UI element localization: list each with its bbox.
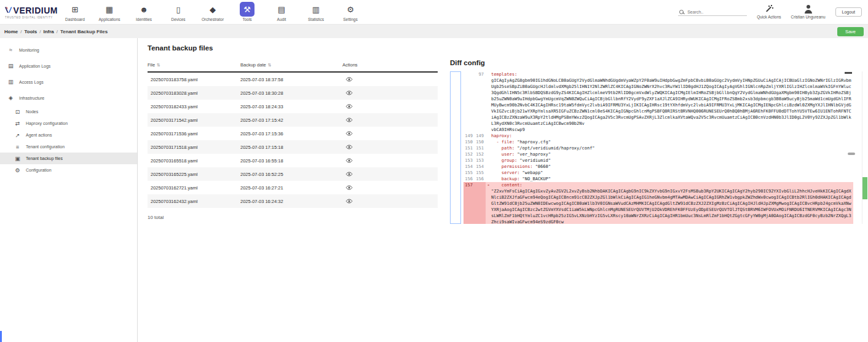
breadcrumb-separator: / bbox=[57, 29, 58, 34]
table-row: 20250703183028.yaml 2025-07-03 18:30:28 bbox=[148, 86, 438, 100]
veridium-logo: VERIDIUM TRUSTED DIGITAL IDENTITY bbox=[2, 0, 58, 24]
diff-old-line-number: 154 bbox=[464, 164, 475, 170]
nav-item[interactable]: ▯ Devices bbox=[161, 0, 195, 24]
sidebar-item[interactable]: ↗ Agent actions bbox=[0, 129, 137, 141]
search-input[interactable] bbox=[687, 10, 744, 14]
view-backup-button[interactable] bbox=[345, 199, 438, 204]
file-name-cell: 20250703165518.yaml bbox=[151, 158, 240, 164]
backup-date-cell: 2025-07-03 18:24:33 bbox=[240, 104, 342, 109]
sidebar: ≈ Monitoring ▤ Application Logs ▥ Access… bbox=[0, 38, 138, 342]
eye-icon bbox=[345, 199, 353, 204]
table-row: 20250703165518.yaml 2025-07-03 16:55:18 bbox=[148, 154, 438, 167]
diff-line-text: haproxy: bbox=[491, 133, 853, 139]
sidebar-item[interactable]: ▣ Tenant backup files bbox=[0, 153, 137, 164]
sort-icon[interactable]: ⇅ bbox=[157, 63, 160, 68]
diff-old-line-number: 157 bbox=[464, 182, 475, 224]
sidebar-item[interactable]: ◈ Infrastructure bbox=[0, 90, 137, 106]
view-backup-button[interactable] bbox=[345, 145, 438, 149]
tools-icon: ⚒ bbox=[243, 5, 251, 14]
sidebar-item[interactable]: ≈ Monitoring bbox=[0, 42, 137, 58]
diff-change-marker bbox=[486, 71, 491, 133]
table-row: 20250703171536.yaml 2025-07-03 17:15:36 bbox=[148, 127, 438, 140]
diff-new-line-number: 149 bbox=[475, 133, 486, 139]
diff-new-line-number: 153 bbox=[475, 157, 486, 164]
view-backup-button[interactable] bbox=[345, 104, 438, 109]
sidebar-item[interactable]: ▥ Access Logs bbox=[0, 74, 137, 90]
diff-line-text: user: "ver_haproxy" bbox=[491, 151, 853, 157]
infrastructure-icon: ◈ bbox=[7, 95, 14, 101]
page-title: Tenant backup files bbox=[148, 44, 438, 52]
file-name-cell: 20250703171518.yaml bbox=[151, 145, 240, 150]
page: VERIDIUM TRUSTED DIGITAL IDENTITY ⊞ Dash… bbox=[0, 0, 868, 342]
sidebar-item[interactable]: ≡ Tenant configuration bbox=[0, 141, 137, 153]
table-body: 20250703183758.yaml 2025-07-03 18:37:58 bbox=[148, 73, 438, 208]
user-menu[interactable]: Cristian Ungureanu bbox=[791, 5, 826, 19]
nav-item[interactable]: ☻ Identities bbox=[127, 0, 161, 24]
table-column-header[interactable]: Backup date ⇅ bbox=[240, 62, 342, 68]
table-column-header[interactable]: Actions bbox=[342, 62, 438, 68]
wand-icon bbox=[765, 5, 773, 14]
sidebar-item[interactable]: ▤ Application Logs bbox=[0, 58, 137, 74]
diff-panel: Diff config 97 templates: gICAgIyAgZG8gb… bbox=[448, 38, 868, 342]
table-column-header[interactable]: File ⇅ bbox=[148, 62, 240, 68]
diff-old-line-number: 155 bbox=[464, 170, 475, 176]
logout-button[interactable]: Logout bbox=[835, 7, 862, 17]
eye-icon bbox=[345, 90, 353, 95]
nav-item[interactable]: ⚒ Tools bbox=[230, 0, 264, 24]
save-button[interactable]: Save bbox=[837, 27, 864, 36]
content-area: ≈ Monitoring ▤ Application Logs ▥ Access… bbox=[0, 38, 868, 342]
diff-minimap bbox=[862, 71, 868, 224]
nav-item[interactable]: ▥ Statistics bbox=[299, 0, 333, 24]
eye-icon bbox=[345, 158, 353, 163]
view-backup-button[interactable] bbox=[345, 172, 438, 177]
file-name-cell: 20250703183028.yaml bbox=[151, 90, 240, 96]
table-header-row: File ⇅ Backup date ⇅ Actions bbox=[148, 60, 438, 73]
diff-scrollbar-thumb[interactable] bbox=[848, 153, 855, 155]
diff-old-line-number: 149 bbox=[464, 133, 475, 139]
diff-body: 97 templates: gICAgIyAgZG8gbm90IG1hdGNoL… bbox=[464, 71, 868, 224]
view-backup-button[interactable] bbox=[345, 131, 438, 136]
view-backup-button[interactable] bbox=[345, 90, 438, 95]
diff-row: 154 154 permissions: "0660" bbox=[464, 164, 853, 170]
diff-old-line-number: 150 bbox=[464, 139, 475, 145]
sort-icon[interactable]: ⇅ bbox=[268, 63, 272, 68]
breadcrumb-link[interactable]: Infra bbox=[43, 29, 53, 34]
dashboard-icon: ⊞ bbox=[72, 5, 79, 14]
diff-change-marker bbox=[486, 157, 491, 164]
nav-item[interactable]: ⚙ Settings bbox=[333, 0, 368, 24]
sidebar-scrollbar-thumb[interactable] bbox=[0, 331, 2, 342]
nav-item[interactable]: ⊞ Dashboard bbox=[58, 0, 92, 24]
total-count: 10 total bbox=[148, 215, 438, 220]
diff-new-line-number: 151 bbox=[475, 145, 486, 151]
sidebar-item[interactable]: ⚙ Configuration bbox=[0, 164, 137, 176]
view-backup-button[interactable] bbox=[345, 185, 438, 190]
orchestrator-icon: ◆ bbox=[210, 5, 216, 14]
search-box bbox=[678, 9, 747, 16]
diff-row: 155 155 server: "webapp" bbox=[464, 170, 853, 176]
view-backup-button[interactable] bbox=[345, 117, 438, 122]
identities-icon: ☻ bbox=[140, 5, 148, 14]
breadcrumb-link[interactable]: Tenant Backup Files bbox=[60, 29, 108, 34]
diff-change-marker bbox=[486, 164, 491, 170]
view-backup-button[interactable] bbox=[345, 77, 438, 82]
diff-old-line-number: 151 bbox=[464, 145, 475, 151]
sidebar-item[interactable]: ⊡ Nodes bbox=[0, 106, 137, 117]
tenant-config-icon: ≡ bbox=[14, 144, 21, 150]
view-backup-button[interactable] bbox=[345, 158, 438, 163]
diff-new-line-number: 156 bbox=[475, 176, 486, 182]
nav-item[interactable]: ▤ Audit bbox=[264, 0, 299, 24]
brand-tagline: TRUSTED DIGITAL IDENTITY bbox=[5, 16, 58, 19]
diff-new-line-number: 152 bbox=[475, 151, 486, 157]
veridium-logo-mark bbox=[5, 6, 12, 14]
backup-date-cell: 2025-07-03 17:15:36 bbox=[240, 131, 342, 137]
breadcrumb-link[interactable]: Tools bbox=[24, 29, 37, 34]
quick-actions-button[interactable]: Quick Actions bbox=[757, 5, 781, 19]
diff-collapse-control[interactable] bbox=[845, 72, 852, 74]
diff-change-marker bbox=[486, 139, 491, 145]
nav-item[interactable]: ▦ Applications bbox=[92, 0, 127, 24]
nav-item[interactable]: ◆ Orchestrator bbox=[195, 0, 230, 24]
table-row: 20250703165225.yaml 2025-07-03 16:52:25 bbox=[148, 167, 438, 181]
backup-date-cell: 2025-07-03 18:30:28 bbox=[240, 90, 342, 96]
sidebar-item[interactable]: ⇄ Haproxy configuration bbox=[0, 117, 137, 129]
breadcrumb-link[interactable]: Home bbox=[4, 29, 18, 34]
